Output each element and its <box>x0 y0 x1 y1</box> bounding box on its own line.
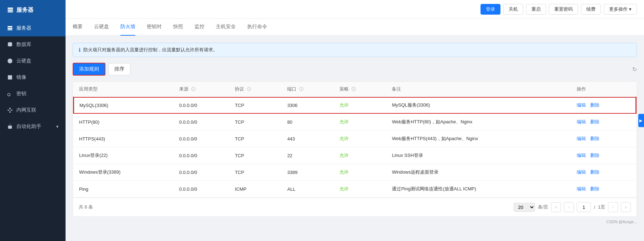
cell-port: 3389 <box>281 164 334 181</box>
tab-host-security[interactable]: 主机安全 <box>216 19 236 36</box>
cell-source: 0.0.0.0/0 <box>173 181 229 198</box>
cell-app_type: HTTP(80) <box>73 114 173 130</box>
tab-overview[interactable]: 概要 <box>73 19 83 36</box>
cell-note: Linux SSH登录 <box>386 147 571 164</box>
cell-protocol: TCP <box>229 164 281 181</box>
tab-execute-command[interactable]: 执行命令 <box>247 19 267 36</box>
tab-key-pair[interactable]: 密钥对 <box>147 19 162 36</box>
edit-button[interactable]: 编辑 <box>577 186 586 192</box>
page-content: ℹ 防火墙只对服务器的入流量进行控制，出流量默认允许所有请求。 添加规则 排序 … <box>66 36 644 241</box>
key-icon <box>7 91 13 97</box>
edit-button[interactable]: 编辑 <box>577 119 586 125</box>
server-nav-icon <box>7 25 13 31</box>
sidebar-item-mirror[interactable]: 镜像 <box>0 69 66 86</box>
edit-button[interactable]: 编辑 <box>577 169 586 175</box>
table-row: HTTP(80)0.0.0.0/0TCP80允许Web服务HTTP(80)，如A… <box>73 114 636 130</box>
total-count: 共 6 条 <box>79 204 93 210</box>
cell-app_type: Ping <box>73 181 173 198</box>
col-app-type: 应用类型 <box>73 82 173 97</box>
image-icon <box>7 75 13 80</box>
cell-app_type: MySQL(3306) <box>73 97 173 114</box>
tab-monitor[interactable]: 监控 <box>194 19 204 36</box>
topbar: 登录 关机 重启 重置密码 续费 更多操作 ▾ <box>66 0 644 19</box>
right-edge-button[interactable]: ▶ <box>638 114 644 127</box>
svg-rect-2 <box>8 11 13 12</box>
pagination: 共 6 条 20 50 100 条/页 « ‹ / 1页 › » <box>73 198 637 216</box>
delete-button[interactable]: 删除 <box>590 102 599 108</box>
cell-policy: 允许 <box>334 181 386 198</box>
cell-protocol: TCP <box>229 147 281 164</box>
cell-source: 0.0.0.0/0 <box>173 147 229 164</box>
reset-password-button[interactable]: 重置密码 <box>549 4 578 15</box>
restart-button[interactable]: 重启 <box>526 4 546 15</box>
sidebar-item-network[interactable]: 内网互联 <box>0 102 66 118</box>
delete-button[interactable]: 删除 <box>590 186 599 192</box>
sidebar-item-key[interactable]: 密钥 <box>0 86 66 102</box>
first-page-button[interactable]: « <box>551 202 561 212</box>
cell-policy: 允许 <box>334 147 386 164</box>
delete-button[interactable]: 删除 <box>590 152 599 159</box>
cell-port: 22 <box>281 147 334 164</box>
refresh-button[interactable]: ↻ <box>632 66 637 73</box>
prev-page-button[interactable]: ‹ <box>564 202 574 212</box>
sidebar-item-label: 数据库 <box>16 41 31 48</box>
cell-app_type: Windows登录(3389) <box>73 164 173 181</box>
disk-icon <box>7 58 13 64</box>
sidebar-item-automation[interactable]: 自动化助手 ▾ <box>0 118 66 135</box>
svg-point-10 <box>9 76 10 77</box>
sidebar-item-server[interactable]: 服务器 <box>0 20 66 36</box>
edit-button[interactable]: 编辑 <box>577 102 586 108</box>
cell-policy: 允许 <box>334 130 386 147</box>
svg-rect-23 <box>8 125 12 129</box>
col-protocol: 协议 ⓘ <box>229 82 281 97</box>
cell-note: MySQL服务(3306) <box>386 97 571 114</box>
sidebar-item-label: 镜像 <box>16 74 26 81</box>
tab-snapshot[interactable]: 快照 <box>173 19 183 36</box>
cell-operation: 编辑 删除 <box>571 130 636 147</box>
delete-button[interactable]: 删除 <box>590 119 599 125</box>
add-rule-button[interactable]: 添加规则 <box>73 63 105 76</box>
tab-firewall[interactable]: 防火墙 <box>120 19 135 36</box>
cell-source: 0.0.0.0/0 <box>173 114 229 130</box>
cell-protocol: TCP <box>229 130 281 147</box>
robot-icon <box>7 124 13 129</box>
main-content: 登录 关机 重启 重置密码 续费 更多操作 ▾ 概要 云硬盘 防火墙 密钥对 快… <box>66 0 644 241</box>
info-icon: ℹ <box>79 47 80 53</box>
last-page-button[interactable]: » <box>621 202 631 212</box>
page-size-select[interactable]: 20 50 100 <box>514 203 535 212</box>
sidebar-logo-text: 服务器 <box>16 6 33 14</box>
footer-text: CSDN @Acege... <box>606 220 637 224</box>
next-page-button[interactable]: › <box>608 202 618 212</box>
login-button[interactable]: 登录 <box>481 4 500 15</box>
col-source: 来源 ⓘ <box>173 82 229 97</box>
page-number-input[interactable] <box>577 202 591 212</box>
svg-rect-5 <box>7 29 12 30</box>
col-note: 备注 <box>386 82 571 97</box>
sidebar-item-cloud-disk[interactable]: 云硬盘 <box>0 53 66 69</box>
sidebar-item-label: 自动化助手 <box>16 123 41 130</box>
delete-button[interactable]: 删除 <box>590 135 599 142</box>
firewall-table: 应用类型 来源 ⓘ 协议 ⓘ 端口 ⓘ <box>73 81 637 217</box>
cell-operation: 编辑 删除 <box>571 147 636 164</box>
sidebar-item-label: 密钥 <box>16 91 26 97</box>
cell-source: 0.0.0.0/0 <box>173 164 229 181</box>
expand-icon: ▾ <box>56 124 58 129</box>
shutdown-button[interactable]: 关机 <box>503 4 523 15</box>
delete-button[interactable]: 删除 <box>590 169 599 175</box>
sort-button[interactable]: 排序 <box>108 63 130 75</box>
sidebar-item-label: 内网互联 <box>16 107 36 113</box>
renew-button[interactable]: 续费 <box>581 4 601 15</box>
source-info-icon: ⓘ <box>191 87 196 92</box>
tab-cloud-disk[interactable]: 云硬盘 <box>94 19 109 36</box>
total-pages: / <box>594 205 595 210</box>
col-port: 端口 ⓘ <box>281 82 334 97</box>
cell-operation: 编辑 删除 <box>571 97 636 114</box>
svg-line-12 <box>10 92 12 94</box>
more-actions-button[interactable]: 更多操作 ▾ <box>604 4 637 15</box>
sidebar-item-database[interactable]: 数据库 <box>0 36 66 53</box>
protocol-info-icon: ⓘ <box>247 87 251 92</box>
cell-note: Windows远程桌面登录 <box>386 164 571 181</box>
edit-button[interactable]: 编辑 <box>577 152 586 159</box>
edit-button[interactable]: 编辑 <box>577 135 586 142</box>
cell-source: 0.0.0.0/0 <box>173 130 229 147</box>
